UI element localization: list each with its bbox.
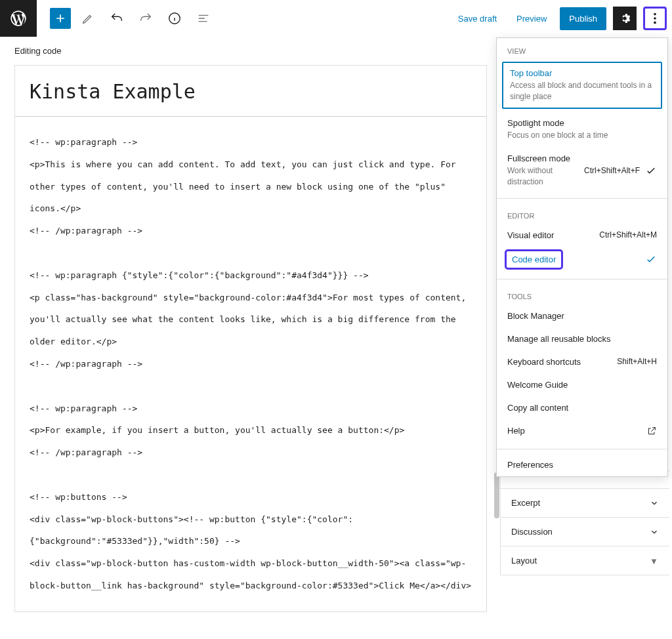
save-draft-button[interactable]: Save draft xyxy=(452,9,503,29)
post-title-row[interactable]: Kinsta Example xyxy=(15,66,486,117)
menu-item-help[interactable]: Help xyxy=(497,419,667,445)
menu-item-label: Fullscreen mode xyxy=(507,154,579,163)
editing-code-label: Editing code xyxy=(14,46,62,56)
outline-button[interactable] xyxy=(192,7,215,30)
sidebar-panel-label: Excerpt xyxy=(511,498,540,508)
toolbar-right-group: Save draft Preview Publish xyxy=(452,0,667,37)
sidebar-panel-label: Layout xyxy=(511,556,537,566)
preview-button[interactable]: Preview xyxy=(510,9,553,29)
dropdown-section-view: VIEW xyxy=(497,38,667,59)
menu-item-preferences[interactable]: Preferences xyxy=(497,453,667,476)
external-link-icon xyxy=(646,426,657,438)
menu-item-visual-editor[interactable]: Visual editor Ctrl+Shift+Alt+M xyxy=(497,224,667,247)
vertical-dots-icon xyxy=(653,11,657,26)
menu-item-label: Keyboard shortcuts xyxy=(507,357,612,367)
redo-icon xyxy=(138,11,153,26)
menu-item-copy-all[interactable]: Copy all content xyxy=(497,396,667,419)
check-icon xyxy=(645,165,657,176)
svg-point-3 xyxy=(654,22,656,24)
menu-item-label: Preferences xyxy=(507,460,657,470)
menu-item-desc: Work without distraction xyxy=(507,165,579,188)
plus-icon xyxy=(54,12,67,25)
dropdown-section-tools: TOOLS xyxy=(497,283,667,304)
menu-item-label: Code editor xyxy=(505,249,563,270)
publish-button[interactable]: Publish xyxy=(560,7,606,30)
menu-item-top-toolbar[interactable]: Top toolbar Access all block and documen… xyxy=(502,62,662,109)
dropdown-separator xyxy=(497,198,667,199)
undo-button[interactable] xyxy=(105,7,129,30)
undo-icon xyxy=(110,11,124,26)
dropdown-section-editor: EDITOR xyxy=(497,203,667,224)
code-editor-frame: Kinsta Example <!-- wp:paragraph --> <p>… xyxy=(14,65,487,612)
info-button[interactable] xyxy=(163,7,186,30)
menu-item-label: Manage all reusable blocks xyxy=(507,334,657,344)
list-icon xyxy=(196,11,211,26)
menu-item-shortcut: Ctrl+Shift+Alt+F xyxy=(584,166,640,175)
menu-item-shortcut: Ctrl+Shift+Alt+M xyxy=(599,230,657,239)
edit-tool-button[interactable] xyxy=(76,7,100,30)
menu-item-block-manager[interactable]: Block Manager xyxy=(497,304,667,327)
code-textarea[interactable]: <!-- wp:paragraph --> <p>This is where y… xyxy=(15,117,486,611)
more-options-button[interactable] xyxy=(643,7,667,30)
settings-sidebar: Featured image Excerpt Discussion Layout… xyxy=(500,471,669,575)
top-toolbar: Save draft Preview Publish xyxy=(0,0,672,37)
menu-item-reusable-blocks[interactable]: Manage all reusable blocks xyxy=(497,327,667,350)
menu-item-fullscreen[interactable]: Fullscreen mode Work without distraction… xyxy=(497,147,667,194)
wp-logo-button[interactable] xyxy=(0,0,37,37)
toolbar-left-group xyxy=(37,7,215,30)
caret-down-icon: ▼ xyxy=(650,556,659,566)
pencil-icon xyxy=(81,11,95,26)
menu-item-welcome-guide[interactable]: Welcome Guide xyxy=(497,373,667,396)
dropdown-separator xyxy=(497,279,667,279)
menu-item-label: Block Manager xyxy=(507,311,657,321)
menu-item-shortcut: Shift+Alt+H xyxy=(617,357,657,366)
editor-scrollbar-thumb[interactable] xyxy=(494,472,499,518)
menu-item-code-editor[interactable]: Code editor xyxy=(497,247,667,275)
gear-icon xyxy=(618,11,632,26)
info-icon xyxy=(167,11,182,26)
wordpress-icon xyxy=(9,9,28,28)
menu-item-label: Visual editor xyxy=(507,230,594,240)
dropdown-separator xyxy=(497,449,667,449)
chevron-down-icon xyxy=(650,527,659,537)
menu-item-desc: Focus on one block at a time xyxy=(507,130,657,141)
svg-point-2 xyxy=(654,17,656,20)
options-dropdown: VIEW Top toolbar Access all block and do… xyxy=(496,37,668,477)
menu-item-label: Help xyxy=(507,426,641,436)
sidebar-panel-excerpt[interactable]: Excerpt xyxy=(501,489,669,518)
svg-point-1 xyxy=(654,13,656,16)
check-icon xyxy=(645,253,657,265)
menu-item-label: Spotlight mode xyxy=(507,118,657,128)
menu-item-keyboard-shortcuts[interactable]: Keyboard shortcuts Shift+Alt+H xyxy=(497,350,667,373)
sidebar-panel-discussion[interactable]: Discussion xyxy=(501,518,669,546)
menu-item-label: Welcome Guide xyxy=(507,380,657,390)
menu-item-label: Top toolbar xyxy=(510,68,654,78)
menu-item-spotlight[interactable]: Spotlight mode Focus on one block at a t… xyxy=(497,112,667,148)
sidebar-panel-layout[interactable]: Layout ▼ xyxy=(501,546,669,575)
add-block-button[interactable] xyxy=(50,8,71,29)
menu-item-desc: Access all block and document tools in a… xyxy=(510,80,654,102)
menu-item-label: Copy all content xyxy=(507,403,657,413)
settings-button[interactable] xyxy=(613,7,637,30)
sidebar-panel-label: Discussion xyxy=(511,527,553,537)
post-title-text: Kinsta Example xyxy=(30,80,196,103)
chevron-down-icon xyxy=(650,499,659,508)
redo-button[interactable] xyxy=(134,7,158,30)
